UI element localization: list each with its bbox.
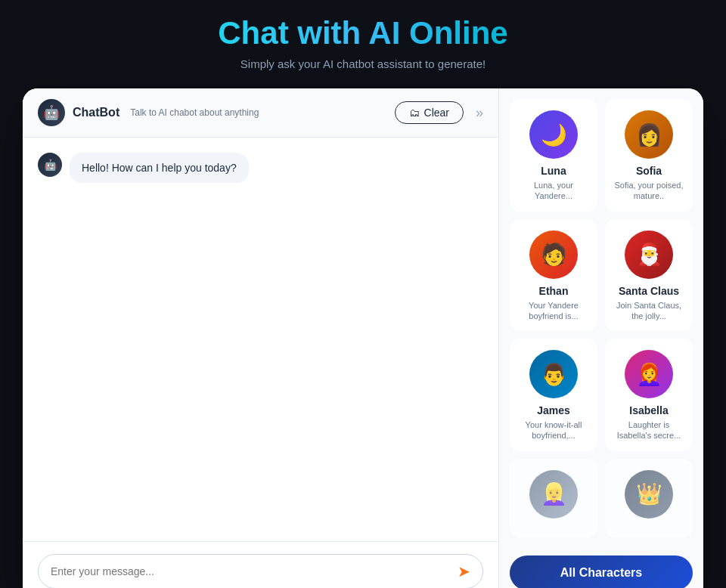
send-icon: ➤: [458, 563, 470, 580]
character-avatar-ethan: 🧑: [529, 231, 578, 279]
character-desc-james: Your know-it-all boyfriend,...: [518, 419, 589, 441]
message-input[interactable]: [51, 565, 450, 577]
clear-icon: 🗂: [409, 107, 420, 119]
expand-button[interactable]: »: [476, 105, 483, 121]
page-header: Chat with AI Online Simply ask your AI c…: [218, 15, 507, 70]
character-card-santa[interactable]: 🎅 Santa Claus Join Santa Claus, the joll…: [605, 219, 693, 332]
character-card-char7[interactable]: 👱‍♀️: [510, 459, 597, 537]
character-desc-santa: Join Santa Claus, the jolly...: [613, 300, 684, 322]
character-desc-ethan: Your Yandere boyfriend is...: [518, 300, 589, 322]
character-desc-isabella: Laughter is Isabella's secre...: [613, 419, 684, 441]
character-avatar-sofia: 👩: [625, 110, 673, 159]
character-name-sofia: Sofia: [636, 165, 662, 177]
character-avatar-luna: 🌙: [529, 110, 578, 159]
message-bot-avatar: 🤖: [38, 153, 62, 177]
chat-header-left: 🤖 ChatBot Talk to AI chabot about anythi…: [38, 99, 259, 126]
character-desc-sofia: Sofia, your poised, mature..: [613, 180, 684, 202]
character-avatar-james: 👨: [529, 350, 578, 398]
clear-label: Clear: [424, 107, 449, 119]
character-name-isabella: Isabella: [629, 404, 668, 416]
main-container: 🤖 ChatBot Talk to AI chabot about anythi…: [23, 88, 703, 588]
chat-input-wrapper: ➤: [38, 554, 483, 588]
message-text: Hello! How can I help you today?: [82, 162, 237, 174]
character-avatar-isabella: 👩‍🦰: [625, 350, 673, 398]
character-name-ethan: Ethan: [539, 285, 569, 297]
expand-icon: »: [476, 105, 483, 120]
character-avatar-char8: 👑: [625, 470, 673, 518]
character-name-james: James: [537, 404, 570, 416]
character-card-ethan[interactable]: 🧑 Ethan Your Yandere boyfriend is...: [510, 219, 597, 332]
clear-button[interactable]: 🗂 Clear: [395, 101, 464, 124]
all-characters-button[interactable]: All Characters: [510, 556, 693, 588]
chat-panel: 🤖 ChatBot Talk to AI chabot about anythi…: [23, 88, 499, 588]
bot-avatar: 🤖: [38, 99, 65, 126]
character-avatar-char7: 👱‍♀️: [529, 470, 578, 518]
chat-messages: 🤖 Hello! How can I help you today?: [23, 138, 498, 541]
chat-input-area: ➤: [23, 541, 498, 588]
characters-grid: 🌙 Luna Luna, your Yandere... 👩 Sofia Sof…: [499, 88, 703, 548]
character-avatar-santa: 🎅: [625, 231, 673, 279]
message-bubble: Hello! How can I help you today?: [70, 153, 249, 183]
characters-panel: 🌙 Luna Luna, your Yandere... 👩 Sofia Sof…: [499, 88, 703, 588]
bot-subtitle: Talk to AI chabot about anything: [130, 107, 259, 118]
chat-header: 🤖 ChatBot Talk to AI chabot about anythi…: [23, 88, 498, 138]
character-name-luna: Luna: [541, 165, 566, 177]
character-card-char8[interactable]: 👑: [605, 459, 693, 537]
page-title: Chat with AI Online: [218, 15, 507, 51]
character-card-sofia[interactable]: 👩 Sofia Sofia, your poised, mature..: [605, 99, 693, 212]
character-card-isabella[interactable]: 👩‍🦰 Isabella Laughter is Isabella's secr…: [605, 339, 693, 451]
character-card-luna[interactable]: 🌙 Luna Luna, your Yandere...: [510, 99, 597, 212]
page-subtitle: Simply ask your AI chatbot assistant to …: [218, 57, 507, 70]
character-desc-luna: Luna, your Yandere...: [518, 180, 589, 202]
character-card-james[interactable]: 👨 James Your know-it-all boyfriend,...: [510, 339, 597, 451]
character-name-santa: Santa Claus: [619, 285, 679, 297]
message-row: 🤖 Hello! How can I help you today?: [38, 153, 483, 183]
bot-name: ChatBot: [73, 106, 119, 119]
send-button[interactable]: ➤: [458, 562, 470, 580]
